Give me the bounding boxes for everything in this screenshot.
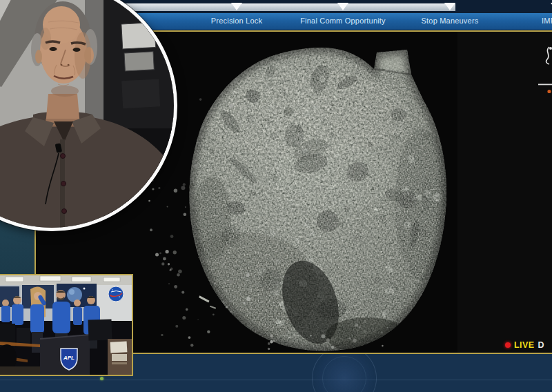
live-dot-icon — [505, 342, 511, 348]
telemetry-dot-icon — [547, 90, 551, 93]
live-label: LIVE — [514, 340, 534, 350]
green-indicator-dot — [100, 377, 103, 380]
timeline-milestone-label: Precision Lock — [211, 17, 262, 25]
broadcast-frame: Precision Lock Final Comm Opportunity St… — [0, 0, 552, 392]
planet-display — [67, 287, 82, 302]
seal-inner-ring — [322, 356, 366, 392]
telemetry-line — [538, 84, 552, 86]
milestone-marker-icon — [337, 3, 348, 10]
asteroid-body — [167, 35, 457, 353]
mission-control-inset: APL — [0, 274, 133, 376]
live-badge: LIVE D — [505, 340, 544, 350]
timeline-milestone-label: IMPACT — [542, 17, 552, 25]
live-suffix: D — [538, 340, 544, 350]
video-right-band — [457, 32, 552, 353]
strip-divider-line — [0, 380, 552, 380]
milestone-marker-icon — [444, 3, 455, 10]
milestone-marker-icon — [231, 3, 242, 10]
nasa-logo-icon — [108, 286, 124, 302]
timeline-milestone-label: Stop Maneuvers — [422, 17, 479, 25]
nasa-seal-watermark — [312, 354, 377, 392]
svg-text:APL: APL — [63, 355, 75, 361]
timeline-milestone-label: Final Comm Opportunity — [300, 17, 386, 25]
mission-control-illustration: APL — [0, 275, 132, 375]
